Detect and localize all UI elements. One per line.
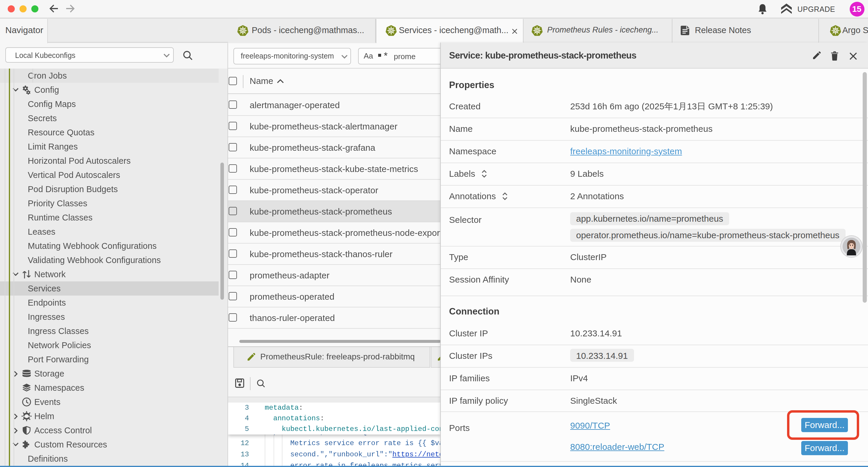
svg-text:HELM: HELM: [23, 415, 30, 418]
